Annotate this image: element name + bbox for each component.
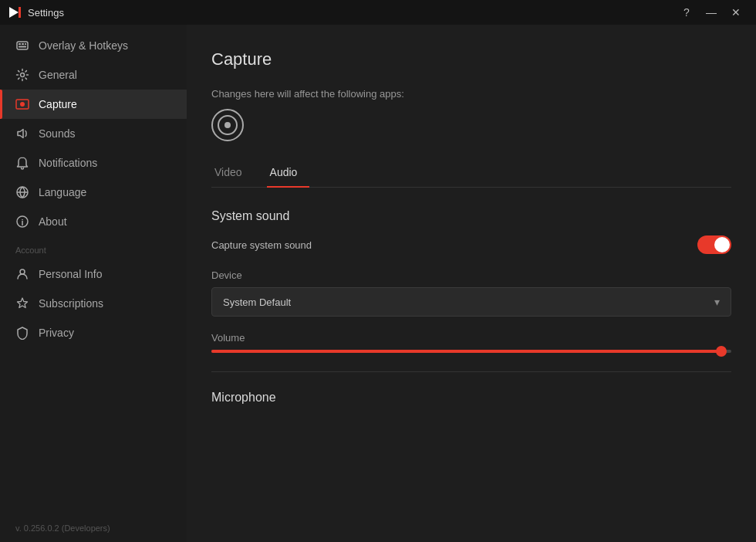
device-dropdown[interactable]: System Default ▾: [211, 287, 731, 317]
svg-point-13: [20, 269, 25, 274]
about-icon: i: [15, 215, 29, 229]
section-divider: [211, 371, 731, 372]
svg-point-7: [21, 73, 25, 77]
volume-slider-fill: [211, 350, 721, 353]
svg-rect-5: [25, 43, 26, 45]
svg-rect-3: [19, 43, 21, 45]
page-title: Capture: [211, 49, 731, 69]
capture-icon: [15, 97, 29, 111]
svg-text:i: i: [21, 218, 23, 227]
account-section-label: Account: [0, 236, 187, 259]
sidebar-item-label: Language: [39, 186, 86, 198]
privacy-icon: [15, 326, 29, 340]
window-controls: ? — ✕: [676, 3, 747, 22]
sidebar-item-sounds[interactable]: Sounds: [0, 119, 187, 148]
language-icon: [15, 185, 29, 199]
info-text: Changes here will affect the following a…: [211, 88, 731, 100]
tab-audio[interactable]: Audio: [267, 160, 310, 188]
sidebar: Overlay & Hotkeys General Capture: [0, 25, 187, 542]
device-selected-value: System Default: [223, 296, 291, 308]
app-container: Overlay & Hotkeys General Capture: [0, 25, 756, 542]
microphone-title: Microphone: [211, 391, 731, 405]
volume-label: Volume: [211, 332, 731, 344]
sidebar-item-overlay-hotkeys[interactable]: Overlay & Hotkeys: [0, 31, 187, 60]
tabs: Video Audio: [211, 160, 731, 188]
svg-rect-4: [22, 43, 24, 45]
sidebar-item-personal-info[interactable]: Personal Info: [0, 259, 187, 289]
window-title: Settings: [28, 7, 64, 19]
help-button[interactable]: ?: [676, 3, 697, 22]
volume-slider[interactable]: [211, 350, 731, 353]
app-icon-area: [211, 109, 731, 141]
sidebar-item-subscriptions[interactable]: Subscriptions: [0, 289, 187, 318]
sidebar-item-label: Notifications: [39, 157, 97, 169]
svg-rect-1: [19, 7, 21, 18]
svg-marker-0: [9, 7, 19, 18]
minimize-button[interactable]: —: [700, 3, 722, 22]
sidebar-item-about[interactable]: i About: [0, 207, 187, 236]
overlay-hotkeys-icon: [15, 39, 29, 53]
personal-info-icon: [15, 267, 29, 281]
svg-rect-2: [17, 42, 28, 49]
version-text: v. 0.256.0.2 (Developers): [0, 517, 187, 542]
volume-section: Volume: [211, 332, 731, 353]
capture-system-sound-row: Capture system sound: [211, 235, 731, 254]
sidebar-item-label: General: [39, 69, 77, 81]
general-icon: [15, 68, 29, 82]
app-logo-icon: [8, 5, 22, 19]
sidebar-item-notifications[interactable]: Notifications: [0, 148, 187, 178]
main-content: Capture Changes here will affect the fol…: [187, 25, 756, 542]
sounds-icon: [15, 127, 29, 141]
svg-rect-6: [19, 46, 26, 48]
sidebar-item-language[interactable]: Language: [0, 178, 187, 207]
sidebar-item-capture[interactable]: Capture: [0, 90, 187, 119]
sidebar-item-general[interactable]: General: [0, 60, 187, 90]
sidebar-item-label: Capture: [39, 98, 77, 110]
sidebar-item-label: Sounds: [39, 127, 75, 140]
capture-app-icon-inner: [218, 115, 238, 135]
subscriptions-icon: [15, 296, 29, 310]
device-section: Device System Default ▾: [211, 269, 731, 317]
notifications-icon: [15, 156, 29, 170]
svg-point-9: [20, 102, 25, 107]
tab-video[interactable]: Video: [211, 160, 255, 188]
toggle-knob: [714, 237, 730, 252]
dropdown-arrow-icon: ▾: [714, 296, 720, 308]
titlebar: Settings ? — ✕: [0, 0, 756, 25]
sidebar-item-privacy[interactable]: Privacy: [0, 318, 187, 347]
sidebar-item-label: Subscriptions: [39, 297, 103, 310]
sidebar-item-label: About: [39, 215, 67, 228]
close-button[interactable]: ✕: [725, 3, 747, 22]
sidebar-item-label: Personal Info: [39, 268, 103, 280]
capture-app-icon-dot: [224, 122, 231, 128]
sidebar-item-label: Overlay & Hotkeys: [39, 39, 128, 52]
capture-app-icon: [211, 109, 244, 141]
system-sound-title: System sound: [211, 209, 731, 223]
volume-slider-thumb[interactable]: [716, 346, 727, 357]
device-label: Device: [211, 269, 731, 281]
capture-system-sound-toggle[interactable]: [697, 235, 731, 254]
capture-system-sound-label: Capture system sound: [211, 239, 312, 251]
titlebar-left: Settings: [8, 5, 64, 19]
sidebar-item-label: Privacy: [39, 327, 74, 339]
